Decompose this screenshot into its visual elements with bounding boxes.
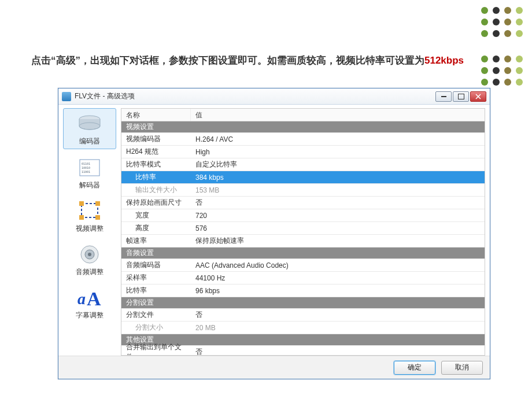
row-height[interactable]: 高度576 bbox=[121, 222, 485, 235]
row-audio-encoder[interactable]: 音频编码器AAC (Advanced Audio Codec) bbox=[121, 259, 485, 272]
matrix-icon: 011011001011001 bbox=[76, 157, 103, 178]
row-keep-original-size[interactable]: 保持原始画面尺寸否 bbox=[121, 197, 485, 209]
row-video-encoder[interactable]: 视频编码器H.264 / AVC bbox=[121, 133, 485, 146]
row-sample-rate[interactable]: 采样率44100 Hz bbox=[121, 272, 485, 285]
advanced-options-dialog: FLV文件 - 高级选项 编码器 011011001011001 解码器 bbox=[58, 88, 490, 379]
dialog-footer: 确定 取消 bbox=[58, 356, 490, 379]
ok-button[interactable]: 确定 bbox=[394, 361, 435, 375]
sidebar-item-decoder[interactable]: 011011001011001 解码器 bbox=[63, 153, 116, 193]
svg-point-13 bbox=[88, 253, 91, 256]
speaker-icon bbox=[76, 244, 103, 265]
maximize-button[interactable] bbox=[453, 91, 469, 102]
sidebar: 编码器 011011001011001 解码器 视频调整 音频调整 bbox=[63, 108, 116, 356]
sidebar-item-label: 视频调整 bbox=[76, 224, 104, 234]
sidebar-item-label: 解码器 bbox=[79, 180, 100, 190]
row-h264-profile[interactable]: H264 规范High bbox=[121, 146, 485, 158]
instruction-text: 点击“高级”，出现如下对话框，参数按下图设置即可。如需画质较高，视频比特率可设置… bbox=[31, 53, 468, 68]
svg-rect-7 bbox=[79, 201, 84, 206]
app-icon bbox=[62, 92, 71, 101]
section-audio: 音频设置 bbox=[121, 247, 485, 259]
row-output-size[interactable]: 输出文件大小153 MB bbox=[121, 184, 485, 197]
disk-icon bbox=[76, 113, 103, 134]
close-icon bbox=[475, 94, 481, 99]
svg-rect-10 bbox=[95, 215, 100, 220]
cancel-button[interactable]: 取消 bbox=[441, 361, 483, 375]
svg-rect-9 bbox=[79, 215, 84, 220]
minimize-button[interactable] bbox=[435, 91, 452, 102]
col-value: 值 bbox=[191, 109, 485, 121]
settings-table: 名称 值 视频设置 视频编码器H.264 / AVC H264 规范High 比… bbox=[121, 108, 485, 356]
row-bitrate-mode[interactable]: 比特率模式自定义比特率 bbox=[121, 158, 485, 171]
row-split-size[interactable]: 分割大小20 MB bbox=[121, 322, 485, 334]
svg-text:11001: 11001 bbox=[82, 170, 90, 173]
window-title: FLV文件 - 高级选项 bbox=[75, 91, 135, 101]
svg-text:10010: 10010 bbox=[82, 166, 90, 169]
svg-text:A: A bbox=[87, 288, 101, 308]
close-button[interactable] bbox=[470, 91, 486, 102]
section-split: 分割设置 bbox=[121, 297, 485, 309]
sidebar-item-audio-adjust[interactable]: 音频调整 bbox=[63, 239, 116, 279]
row-width[interactable]: 宽度720 bbox=[121, 209, 485, 222]
row-bitrate[interactable]: 比特率384 kbps bbox=[121, 171, 485, 184]
section-video: 视频设置 bbox=[121, 121, 485, 133]
svg-rect-8 bbox=[95, 201, 100, 206]
row-merge-output[interactable]: 合并输出到单个文件否 bbox=[121, 346, 485, 356]
row-split-file[interactable]: 分割文件否 bbox=[121, 309, 485, 322]
window-buttons bbox=[435, 91, 486, 102]
row-audio-bitrate[interactable]: 比特率96 kbps bbox=[121, 285, 485, 297]
table-header: 名称 值 bbox=[121, 109, 485, 121]
sidebar-item-label: 编码器 bbox=[79, 136, 100, 146]
decor-dots-bottom bbox=[481, 56, 524, 87]
crop-icon bbox=[76, 201, 103, 221]
sidebar-item-label: 字幕调整 bbox=[76, 311, 104, 320]
sidebar-item-label: 音频调整 bbox=[76, 267, 104, 277]
svg-text:a: a bbox=[77, 290, 86, 308]
sidebar-item-encoder[interactable]: 编码器 bbox=[63, 108, 116, 149]
sidebar-item-video-adjust[interactable]: 视频调整 bbox=[63, 196, 116, 236]
titlebar[interactable]: FLV文件 - 高级选项 bbox=[58, 88, 490, 105]
svg-rect-6 bbox=[82, 204, 98, 217]
decor-dots-top bbox=[481, 7, 524, 38]
sidebar-item-subtitle[interactable]: aA 字幕调整 bbox=[63, 283, 116, 323]
col-name: 名称 bbox=[121, 109, 191, 121]
svg-text:01101: 01101 bbox=[82, 162, 90, 165]
font-icon: aA bbox=[76, 287, 103, 308]
row-framerate[interactable]: 帧速率保持原始帧速率 bbox=[121, 235, 485, 247]
